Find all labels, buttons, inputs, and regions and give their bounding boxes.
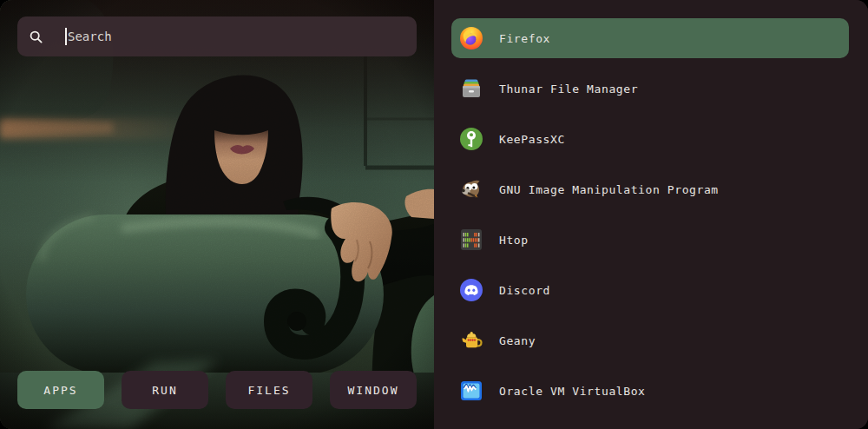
virtualbox-icon [459,379,483,403]
app-label: Firefox [499,32,550,45]
app-list: Firefox Thunar File Manager [434,0,868,429]
app-label: Geany [499,334,536,347]
app-label: Oracle VM VirtualBox [499,385,646,398]
geany-icon [459,328,483,353]
mode-tabs: APPS RUN FILES WINDOW [17,371,417,409]
tab-run[interactable]: RUN [122,371,208,409]
search-icon [30,30,43,43]
app-label: GNU Image Manipulation Program [499,183,719,196]
wallpaper-art [0,0,434,429]
app-row-firefox[interactable]: Firefox [451,18,849,58]
app-row-discord[interactable]: Discord [451,270,849,310]
text-cursor [65,28,67,45]
app-row-thunar[interactable]: Thunar File Manager [451,69,849,109]
tab-apps[interactable]: APPS [17,371,104,409]
wallpaper-pane: APPS RUN FILES WINDOW [0,0,434,429]
app-row-geany[interactable]: Geany [451,320,849,360]
app-label: Thunar File Manager [499,82,638,96]
discord-icon [459,278,483,302]
search-input[interactable] [68,30,404,43]
tab-window[interactable]: WINDOW [330,371,417,409]
htop-icon [459,228,483,252]
tab-files[interactable]: FILES [226,371,312,409]
app-label: KeePassXC [499,133,565,146]
app-row-gimp[interactable]: GNU Image Manipulation Program [451,169,849,209]
app-label: Htop [499,234,529,247]
app-row-virtualbox[interactable]: Oracle VM VirtualBox [451,371,849,411]
app-launcher-window: APPS RUN FILES WINDOW [0,0,868,429]
search-bar[interactable] [17,16,417,56]
app-label: Discord [499,284,550,297]
thunar-icon [459,76,483,101]
app-row-htop[interactable]: Htop [451,220,849,260]
app-row-keepassxc[interactable]: KeePassXC [451,119,849,159]
firefox-icon [459,26,483,50]
gimp-icon [459,177,483,201]
keepassxc-icon [459,127,483,151]
